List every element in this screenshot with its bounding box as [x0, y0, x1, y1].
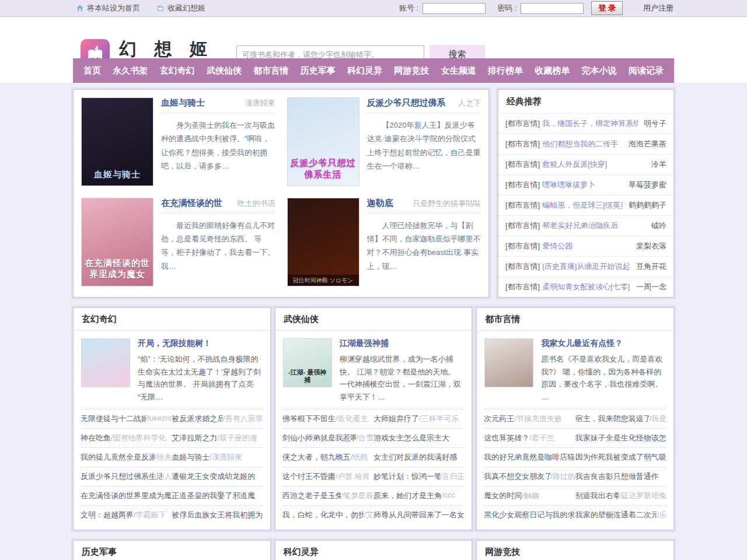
recommend-title-link[interactable]: 帮老实好兄弟治隐疾后: [542, 220, 618, 231]
book-link[interactable]: 别逼我出右拳/廷达罗斯猎兔: [575, 491, 666, 501]
book-link[interactable]: 佛爷棍下不留生/造化斋主: [282, 414, 374, 424]
section-book-list: 次元药王/节操充值失败宿主，我来陪您装逼了/我是这也算英雄？/君子兰我家妹子全是…: [477, 409, 673, 530]
book-link[interactable]: 侠之大者，朝九晚五/纸鸽: [282, 452, 374, 463]
nav-item-5[interactable]: 都市言情: [249, 58, 293, 83]
book-link-author: /触幽: [522, 491, 539, 501]
book-link[interactable]: 这也算英雄？/君子兰: [484, 433, 575, 443]
book-link[interactable]: 魔女的时间/触幽: [484, 491, 575, 501]
book-link[interactable]: 我的好兄弟竟然是咖啡店猫: [484, 452, 575, 463]
book-title-link[interactable]: 江湖最强神捕: [340, 338, 465, 349]
book-title-link[interactable]: 我家女儿最近有点怪？: [541, 338, 666, 349]
book-link[interactable]: 神在吃鱼/固有结界科学化: [81, 433, 172, 443]
nav-item-11[interactable]: 收藏榜单: [530, 58, 574, 83]
nav-item-1[interactable]: 首页: [79, 58, 106, 83]
set-home-link[interactable]: 将本站设为首页: [76, 3, 140, 13]
account-input[interactable]: [423, 3, 486, 14]
book-author-link[interactable]: 吃土的书语: [233, 198, 275, 209]
book-link[interactable]: 遭银龙王女变成幼龙姬的: [172, 471, 263, 482]
book-link[interactable]: 我吉良吉影只想做普通作: [575, 471, 666, 482]
book-link[interactable]: 我真不想交女朋友了/路过的: [484, 471, 575, 482]
recommend-title-link[interactable]: 爱情公园: [542, 241, 573, 251]
recommend-list: [都市言情]我，继国长子，绑定神算系统明兮子[都市言情]他们都想当我的二传手泡泡…: [498, 114, 673, 297]
book-link[interactable]: 剑仙小师弟就是我惹啊/合雪: [282, 433, 374, 443]
book-link[interactable]: 无限使徒与十二战姬/lukezrc: [81, 414, 172, 424]
book-cover[interactable]: [484, 338, 533, 387]
recommend-title-link[interactable]: 救赎人外反派[快穿]: [542, 159, 607, 170]
book-author-link[interactable]: 人之下: [453, 98, 481, 108]
book-link[interactable]: 次元药王/节操充值失败: [484, 414, 575, 424]
book-link-title: 无限使徒与十二战姬: [81, 414, 146, 424]
book-link[interactable]: 这个纣王不昏庸/卢瑟.哈肯: [282, 471, 374, 482]
recommend-title-link[interactable]: 他们都想当我的二传手: [542, 139, 618, 149]
book-desc: 【2020年新人王】反派少爷达克·迪蒙在决斗学院的分院仪式上终于想起前世的记忆，…: [367, 118, 481, 173]
register-link[interactable]: 用户注册: [643, 3, 673, 13]
book-link[interactable]: 我的徒儿竟然全是反派/徐夫: [81, 452, 172, 463]
nav-item-2[interactable]: 永久书架: [108, 58, 152, 83]
book-author-link[interactable]: 只是野生的搞事咕哒: [408, 198, 481, 209]
nav-item-3[interactable]: 玄幻奇幻: [155, 58, 200, 83]
nav-item-12[interactable]: 完本小说: [577, 58, 622, 83]
category-tag: [都市言情]: [505, 118, 540, 129]
book-link-title: 妙笔计划：惊鸿一笔: [374, 471, 440, 482]
book-link[interactable]: 正道圣皇的我娶了邪道魔: [172, 491, 263, 501]
category-tag: [都市言情]: [505, 200, 540, 211]
nav-item-4[interactable]: 武侠仙侠: [202, 58, 246, 83]
section-book-list: 无限使徒与十二战姬/lukezrc被反派求婚之后/吾有八宗罪神在吃鱼/固有结界科…: [74, 409, 270, 530]
book-link[interactable]: 妙笔计划：惊鸿一笔/言归正: [374, 471, 465, 482]
book-title-link[interactable]: 血姬与骑士: [161, 97, 205, 108]
nav-item-7[interactable]: 科幻灵异: [343, 58, 387, 83]
book-title-link[interactable]: 迦勒底: [367, 198, 393, 209]
recommend-item-main: [都市言情]我，继国长子，绑定神算系统: [505, 118, 638, 129]
nav-item-9[interactable]: 女生频道: [437, 58, 481, 83]
book-link-title: 艾泽拉斯之力: [172, 433, 217, 443]
recommend-title-link[interactable]: 我，继国长子，绑定神算系统: [542, 118, 638, 129]
book-link[interactable]: 我家的壁橱连通着二次元/乐: [575, 510, 666, 520]
book-cover[interactable]: 血姬与骑士: [81, 97, 153, 186]
book-link[interactable]: 我，白蛇，化龙中，勿扰/艾: [282, 510, 374, 520]
recommend-title-link[interactable]: [历史直播]从缠足开始说起: [542, 261, 630, 272]
bookmark-link[interactable]: 收藏幻想姬: [156, 3, 205, 13]
book-link[interactable]: 被反派求婚之后/吾有八宗罪: [172, 414, 263, 424]
book-link[interactable]: 师尊从凡间带回来了一名女: [374, 510, 465, 520]
nav-item-10[interactable]: 排行榜单: [483, 58, 528, 83]
book-link[interactable]: 黑化少女观察日记与我的求: [484, 510, 575, 520]
book-link[interactable]: 反派少爷只想过佛系生活/人: [81, 471, 172, 482]
recommend-title-link[interactable]: 蝙蝠崽，但是球三[综英美]: [542, 200, 623, 211]
book-title-link[interactable]: 反派少爷只想过佛系: [367, 97, 446, 108]
recommend-title-link[interactable]: 嘿咻嘿咻拔萝卜: [542, 180, 595, 190]
book-link[interactable]: 原来，她们才是主角/ccc: [374, 491, 465, 501]
book-link[interactable]: 女主们对反派的我满好感: [374, 452, 465, 463]
nav-item-6[interactable]: 历史军事: [296, 58, 340, 83]
book-link-title: 正道圣皇的我娶了邪道魔: [172, 491, 255, 501]
book-cover[interactable]: -江湖- 最强神捕: [283, 338, 332, 387]
book-list-row: 剑仙小师弟就是我惹啊/合雪游戏女主怎么是宗主大: [282, 428, 465, 447]
section-box: 科幻灵异魔女小姐的速通手册夏尔在来到这个蒸汽世界的第三年，获得了模拟过去和未来的…: [275, 540, 473, 560]
book-cover[interactable]: 在充满怪谈的世界里成为魔女: [81, 198, 153, 286]
book-link[interactable]: 游戏女主怎么是宗主大: [374, 433, 465, 443]
book-link[interactable]: 艾泽拉斯之力/双子座的凌: [172, 433, 263, 443]
book-link[interactable]: 西游之老子是玉兔/笔梦星辰: [282, 491, 374, 501]
book-title-link[interactable]: 开局，无限技能树！: [138, 338, 263, 349]
book-author-link[interactable]: 漢唐歸來: [240, 98, 275, 108]
book-cover[interactable]: 反派少爷只想过佛系生活: [287, 97, 359, 186]
book-cover[interactable]: [81, 338, 130, 387]
section-title: 网游竞技: [477, 541, 673, 560]
book-link[interactable]: 我家妹子全是生化怪物该怎: [575, 433, 666, 443]
book-link[interactable]: 被俘后血族女王将我初拥为: [172, 510, 263, 520]
book-cover[interactable]: 冠位时间神殿 ソロモン: [287, 198, 359, 286]
book-link-title: 神在吃鱼: [81, 433, 111, 443]
book-link[interactable]: 宿主，我来陪您装逼了/我是: [575, 414, 666, 424]
nav-item-13[interactable]: 阅读记录: [624, 58, 668, 83]
book-link-author: /双子座的凌: [217, 433, 257, 443]
book-link[interactable]: 因为作死我被变成了弱气吸: [575, 452, 666, 463]
login-button[interactable]: 登 录: [591, 1, 623, 15]
book-link[interactable]: 大师姐弃疗了/三杯半可乐: [374, 414, 465, 424]
recommend-title-link[interactable]: 柔弱知青女配被读心[七零]: [542, 282, 630, 292]
book-link[interactable]: 在充满怪谈的世界里成为魔: [81, 491, 172, 501]
nav-item-8[interactable]: 网游竞技: [389, 58, 434, 83]
book-link[interactable]: 血姬与骑士/漢唐歸來: [172, 452, 263, 463]
book-title-link[interactable]: 在充满怪谈的世: [161, 198, 222, 209]
password-input[interactable]: [521, 3, 584, 14]
folder-icon: [156, 4, 165, 12]
book-link[interactable]: 文明：超越两界/学霸殿下: [81, 510, 172, 520]
